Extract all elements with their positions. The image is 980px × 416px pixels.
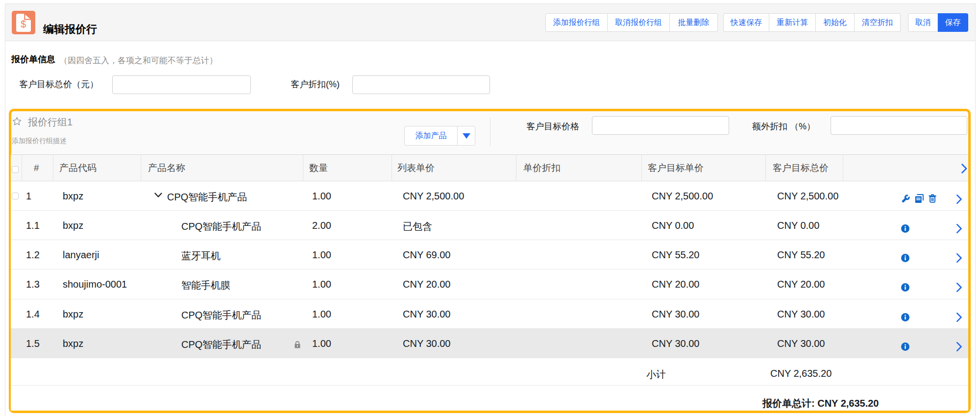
- svg-text:$: $: [21, 19, 26, 29]
